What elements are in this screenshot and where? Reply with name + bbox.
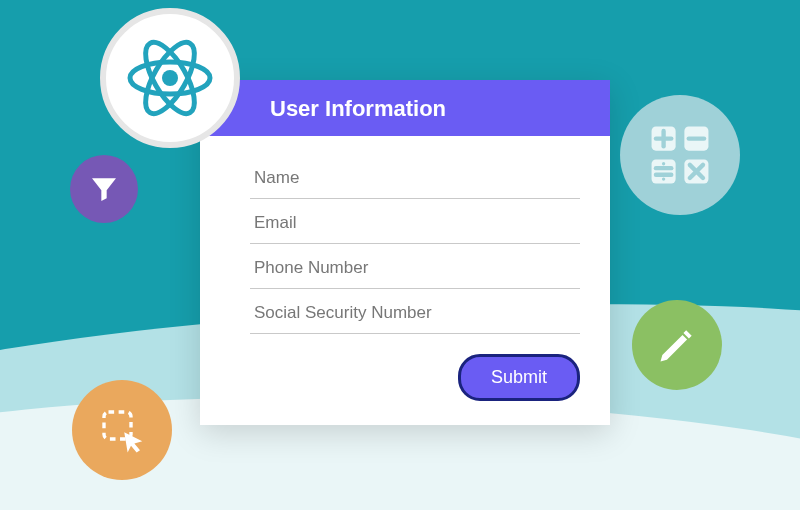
submit-button[interactable]: Submit <box>458 354 580 401</box>
card-body: Submit <box>200 136 610 425</box>
email-input[interactable] <box>250 199 580 244</box>
name-input[interactable] <box>250 154 580 199</box>
svg-point-13 <box>662 177 665 180</box>
user-info-card: User Information Submit <box>200 80 610 425</box>
card-title: User Information <box>200 80 610 136</box>
ssn-input[interactable] <box>250 289 580 334</box>
svg-point-12 <box>662 162 665 165</box>
phone-input[interactable] <box>250 244 580 289</box>
svg-point-0 <box>162 70 178 86</box>
selection-cursor-icon <box>72 380 172 480</box>
calculator-icon <box>620 95 740 215</box>
filter-icon <box>70 155 138 223</box>
react-icon <box>100 8 240 148</box>
pencil-icon <box>632 300 722 390</box>
